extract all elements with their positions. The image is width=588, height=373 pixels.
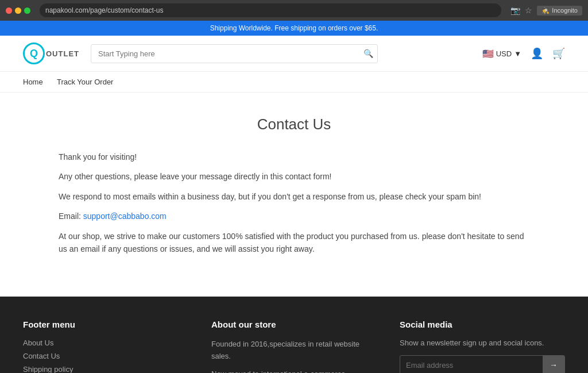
footer-about-p2: Now moved to international e-commerce se… bbox=[211, 368, 377, 373]
currency-chevron: ▼ bbox=[514, 49, 521, 58]
footer-menu-title: Footer menu bbox=[23, 320, 188, 329]
para-1: Thank you for visiting! bbox=[59, 151, 529, 163]
breadcrumb: Home Track Your Order bbox=[0, 72, 588, 93]
header-right: 🇺🇸 USD ▼ 👤 🛒 bbox=[482, 47, 565, 60]
logo-text: OUTLET bbox=[46, 49, 79, 58]
footer-social-desc: Show a newsletter sign up and social ico… bbox=[400, 339, 565, 347]
browser-icons: 📷 ☆ 🕵 Incognito bbox=[510, 6, 582, 16]
footer-about-p1: Founded in 2016,specializes in retail we… bbox=[211, 339, 377, 363]
search-bar: 🔍 bbox=[91, 44, 378, 63]
footer-menu-section: Footer menu About Us Contact Us Shipping… bbox=[23, 320, 188, 373]
minimize-dot[interactable] bbox=[15, 7, 21, 14]
newsletter-input[interactable] bbox=[400, 356, 543, 373]
footer-grid: Footer menu About Us Contact Us Shipping… bbox=[23, 320, 565, 373]
browser-chrome: napakool.com/page/custom/contact-us 📷 ☆ … bbox=[0, 0, 588, 21]
currency-label: USD bbox=[496, 49, 512, 58]
announcement-text: Shipping Worldwide. Free shipping on ord… bbox=[210, 24, 378, 32]
flag-icon: 🇺🇸 bbox=[482, 48, 494, 59]
para-2: Any other questions, please leave your m… bbox=[59, 170, 529, 183]
footer-social-section: Social media Show a newsletter sign up a… bbox=[400, 320, 565, 373]
currency-selector[interactable]: 🇺🇸 USD ▼ bbox=[482, 48, 521, 59]
newsletter-submit-button[interactable]: → bbox=[543, 356, 564, 373]
para-4: At our shop, we strive to make our custo… bbox=[59, 230, 529, 256]
close-dot[interactable] bbox=[6, 7, 12, 14]
logo-link[interactable]: Q OUTLET bbox=[23, 43, 79, 64]
site-footer: Footer menu About Us Contact Us Shipping… bbox=[0, 297, 588, 373]
breadcrumb-home[interactable]: Home bbox=[23, 78, 43, 86]
contact-body: Thank you for visiting! Any other questi… bbox=[59, 151, 529, 255]
url-text: napakool.com/page/custom/contact-us bbox=[45, 6, 163, 14]
email-link[interactable]: support@cabbabo.com bbox=[83, 212, 167, 221]
star-icon[interactable]: ☆ bbox=[525, 6, 532, 15]
camera-icon[interactable]: 📷 bbox=[510, 6, 520, 15]
page-title: Contact Us bbox=[59, 116, 529, 133]
incognito-icon: 🕵 bbox=[541, 7, 550, 14]
newsletter-form: → bbox=[400, 355, 565, 373]
footer-about-title: About our store bbox=[211, 320, 377, 329]
logo-icon: Q bbox=[23, 43, 45, 64]
account-button[interactable]: 👤 bbox=[531, 47, 543, 60]
announcement-bar: Shipping Worldwide. Free shipping on ord… bbox=[0, 21, 588, 36]
footer-link-contact[interactable]: Contact Us bbox=[23, 352, 188, 360]
search-button[interactable]: 🔍 bbox=[363, 49, 373, 58]
footer-about-section: About our store Founded in 2016,speciali… bbox=[211, 320, 377, 373]
incognito-label: Incognito bbox=[552, 7, 578, 14]
breadcrumb-track-order[interactable]: Track Your Order bbox=[57, 78, 114, 86]
cart-button[interactable]: 🛒 bbox=[552, 47, 565, 60]
footer-social-title: Social media bbox=[400, 320, 565, 329]
footer-link-shipping[interactable]: Shipping policy bbox=[23, 365, 188, 373]
footer-link-about[interactable]: About Us bbox=[23, 339, 188, 347]
para-3: We respond to most emails within a busin… bbox=[59, 190, 529, 203]
email-label: Email: bbox=[59, 212, 83, 221]
main-content: Contact Us Thank you for visiting! Any o… bbox=[36, 93, 552, 297]
breadcrumb-separator bbox=[48, 78, 52, 86]
site-header: Q OUTLET 🔍 🇺🇸 USD ▼ 👤 🛒 bbox=[0, 36, 588, 72]
logo-letter: Q bbox=[30, 48, 38, 60]
maximize-dot[interactable] bbox=[24, 7, 30, 14]
search-input[interactable] bbox=[91, 44, 378, 63]
incognito-badge: 🕵 Incognito bbox=[537, 6, 582, 16]
browser-dots bbox=[6, 7, 30, 14]
email-line: Email: support@cabbabo.com bbox=[59, 210, 529, 222]
address-bar[interactable]: napakool.com/page/custom/contact-us bbox=[40, 3, 501, 17]
